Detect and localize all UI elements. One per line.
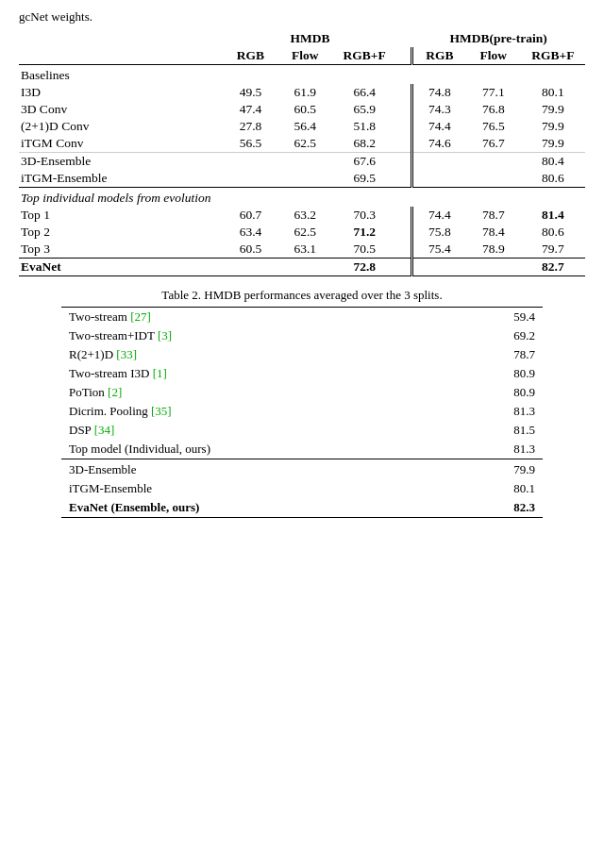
table2-caption: Table 2. HMDB performances averaged over… xyxy=(19,288,585,303)
row-evanet: EvaNet 72.8 82.7 xyxy=(19,259,585,276)
intro-text: gcNet weights. xyxy=(19,9,585,25)
table2-wrapper: Table 2. HMDB performances averaged over… xyxy=(19,288,585,518)
row-top1: Top 1 60.763.270.3 74.478.781.4 xyxy=(19,207,585,224)
table2-row-dicrim: Dicrim. Pooling [35] 81.3 xyxy=(61,402,543,421)
col-rgbf2: RGB+F xyxy=(521,47,585,65)
ref-35: [35] xyxy=(151,404,172,418)
col-rgb2: RGB xyxy=(411,47,466,65)
ref-34: [34] xyxy=(94,423,115,437)
section-top-models: Top individual models from evolution xyxy=(19,189,585,207)
col-flow1: Flow xyxy=(277,47,332,65)
row-itgm-conv: iTGM Conv 56.562.568.2 74.676.779.9 xyxy=(19,135,585,153)
row-i3d: I3D 49.561.966.4 74.877.180.1 xyxy=(19,84,585,101)
ref-33: [33] xyxy=(116,347,137,361)
table2-row-dsp: DSP [34] 81.5 xyxy=(61,421,543,440)
header-row-1: HMDB HMDB(pre-train) xyxy=(19,30,585,47)
section-baselines: Baselines xyxy=(19,65,585,85)
table2-row-potion: PoTion [2] 80.9 xyxy=(61,383,543,402)
table2-row-top-model: Top model (Individual, ours) 81.3 xyxy=(61,440,543,459)
ref-2: [2] xyxy=(108,385,122,399)
table2-row-two-stream-idt: Two-stream+IDT [3] 69.2 xyxy=(61,326,543,345)
table2-row-evanet: EvaNet (Ensemble, ours) 82.3 xyxy=(61,498,543,518)
table2-row-two-stream: Two-stream [27] 59.4 xyxy=(61,308,543,326)
ref-1: [1] xyxy=(153,366,167,380)
table2-row-itgm-ensemble: iTGM-Ensemble 80.1 xyxy=(61,479,543,498)
row-3dconv: 3D Conv 47.460.565.9 74.376.879.9 xyxy=(19,101,585,118)
table2-row-r2plus1d: R(2+1)D [33] 78.7 xyxy=(61,345,543,364)
row-top2: Top 2 63.462.571.2 75.878.480.6 xyxy=(19,224,585,241)
col-flow2: Flow xyxy=(466,47,521,65)
table2-row-two-stream-i3d: Two-stream I3D [1] 80.9 xyxy=(61,364,543,383)
hmdb-header: HMDB xyxy=(224,30,397,47)
header-row-2: RGB Flow RGB+F RGB Flow RGB+F xyxy=(19,47,585,65)
table2-border-bottom xyxy=(61,517,543,518)
col-rgb1: RGB xyxy=(224,47,278,65)
ref-3: [3] xyxy=(158,328,172,342)
ref-27: [27] xyxy=(130,309,151,324)
row-itgm-ensemble: iTGM-Ensemble 69.5 80.6 xyxy=(19,170,585,188)
hmdb-pretrain-header: HMDB(pre-train) xyxy=(411,30,585,47)
table2: Two-stream [27] 59.4 Two-stream+IDT [3] … xyxy=(61,307,543,518)
table2-row-3d-ensemble: 3D-Ensemble 79.9 xyxy=(61,460,543,479)
row-top3: Top 3 60.563.170.5 75.478.979.7 xyxy=(19,241,585,259)
row-2plus1d: (2+1)D Conv 27.856.451.8 74.476.579.9 xyxy=(19,118,585,135)
row-3d-ensemble: 3D-Ensemble 67.6 80.4 xyxy=(19,153,585,171)
col-rgbf1: RGB+F xyxy=(332,47,396,65)
main-comparison-table: HMDB HMDB(pre-train) RGB Flow RGB+F RGB … xyxy=(19,30,585,276)
